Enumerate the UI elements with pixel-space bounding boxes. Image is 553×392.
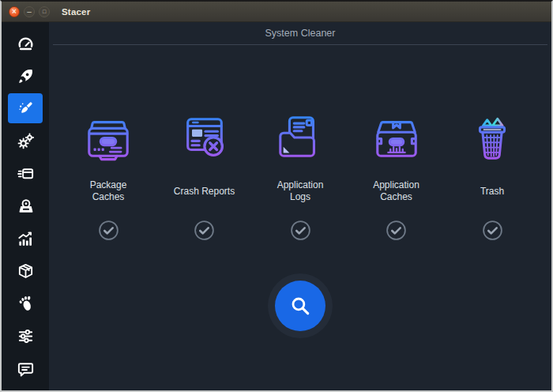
gnome-foot-icon <box>17 295 35 313</box>
close-button[interactable]: × <box>9 6 20 17</box>
chart-icon <box>17 230 35 248</box>
rocket-icon <box>17 67 35 85</box>
crash-reports-icon <box>175 113 235 162</box>
application-logs-icon <box>270 113 330 162</box>
sidebar-item-uninstaller[interactable] <box>8 191 43 221</box>
sidebar-item-services[interactable] <box>8 126 43 156</box>
cleaner-item-application-logs: Application Logs <box>254 113 347 241</box>
item-label: Application Logs <box>269 179 331 203</box>
sidebar-item-system-cleaner[interactable] <box>8 93 43 123</box>
minimize-button[interactable]: – <box>24 6 35 17</box>
minimize-icon: – <box>27 8 32 16</box>
chat-bubble-icon <box>17 360 35 378</box>
cleaner-items-row: Package Caches <box>49 113 551 241</box>
stacer-window: × – □ Stacer <box>0 0 553 392</box>
cleaner-item-package-caches: Package Caches <box>62 113 155 241</box>
window-title: Stacer <box>62 7 90 17</box>
package-box-icon <box>17 262 35 281</box>
search-icon <box>286 292 314 320</box>
package-caches-icon <box>78 113 138 162</box>
disc-box-icon <box>17 197 35 215</box>
cleaner-item-trash: Trash <box>446 113 539 241</box>
page-header: System Cleaner <box>53 22 547 45</box>
gauge-icon <box>17 35 35 53</box>
item-label: Application Caches <box>366 179 427 203</box>
trash-checkbox[interactable] <box>482 220 503 241</box>
broom-icon <box>17 100 35 118</box>
sidebar-item-processes[interactable] <box>8 159 43 189</box>
scan-button[interactable] <box>275 281 325 331</box>
package-caches-checkbox[interactable] <box>98 220 119 241</box>
crash-reports-checkbox[interactable] <box>194 220 215 241</box>
gears-icon <box>17 132 35 150</box>
cleaner-item-application-caches: Application Caches <box>350 113 443 241</box>
close-icon: × <box>12 8 17 16</box>
sidebar-item-feedback[interactable] <box>8 354 43 384</box>
sidebar-item-dashboard[interactable] <box>8 28 43 58</box>
sidebar <box>2 22 49 390</box>
maximize-icon: □ <box>43 9 46 14</box>
sliders-icon <box>17 327 35 345</box>
application-logs-checkbox[interactable] <box>290 220 311 241</box>
sidebar-item-resources[interactable] <box>8 224 43 254</box>
item-label: Trash <box>461 179 523 203</box>
trash-icon <box>462 113 522 162</box>
item-label: Package Caches <box>77 179 139 203</box>
titlebar: × – □ Stacer <box>2 2 551 22</box>
processes-icon <box>17 164 35 183</box>
sidebar-item-helpers[interactable] <box>8 256 43 286</box>
application-caches-icon <box>367 113 427 162</box>
maximize-button[interactable]: □ <box>39 6 50 17</box>
sidebar-item-startup-apps[interactable] <box>8 61 43 91</box>
sidebar-item-settings[interactable] <box>8 322 43 352</box>
application-caches-checkbox[interactable] <box>386 220 407 241</box>
system-cleaner-page: System Cleaner <box>49 22 551 390</box>
item-label: Crash Reports <box>174 179 235 203</box>
sidebar-item-gnome-settings[interactable] <box>8 289 43 319</box>
cleaner-item-crash-reports: Crash Reports <box>158 113 251 241</box>
page-title: System Cleaner <box>265 28 336 39</box>
